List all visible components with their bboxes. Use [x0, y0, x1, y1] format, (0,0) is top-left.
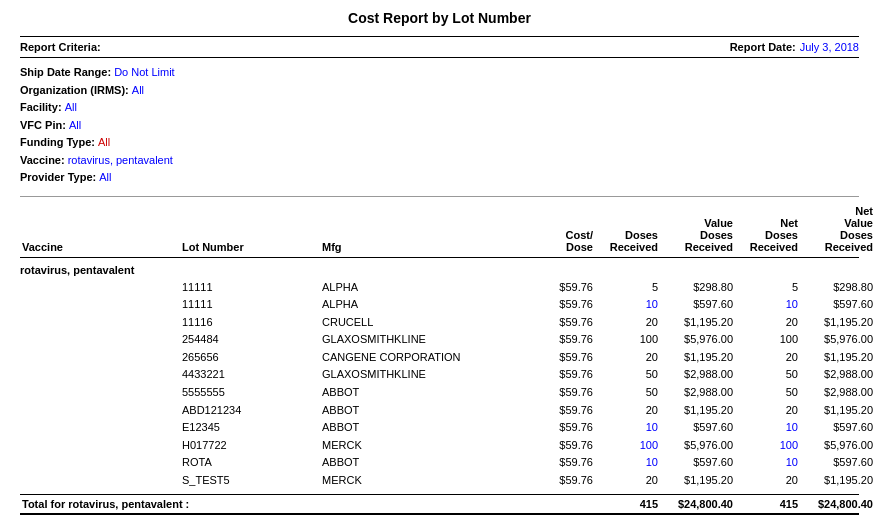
- data-rows-container: 11111ALPHA$59.765$298.805$298.8011111ALP…: [20, 279, 859, 490]
- col-lot: Lot Number: [180, 241, 320, 253]
- criteria-row: Vaccine: rotavirus, pentavalent: [20, 152, 859, 169]
- table-row: E12345ABBOT$59.7610$597.6010$597.60: [20, 419, 859, 437]
- criteria-row: Organization (IRMS): All: [20, 82, 859, 99]
- total-row: Total for rotavirus, pentavalent :415$24…: [20, 494, 859, 515]
- table-row: S_TEST5MERCK$59.7620$1,195.2020$1,195.20: [20, 472, 859, 490]
- col-value-doses: ValueDosesReceived: [660, 217, 735, 253]
- col-mfg: Mfg: [320, 241, 540, 253]
- divider: [20, 196, 859, 197]
- col-net-value: NetValueDosesReceived: [800, 205, 875, 253]
- col-net-doses: NetDosesReceived: [735, 217, 800, 253]
- table-row: 11116CRUCELL$59.7620$1,195.2020$1,195.20: [20, 314, 859, 332]
- table-row: 265656CANGENE CORPORATION$59.7620$1,195.…: [20, 349, 859, 367]
- table-row: 5555555ABBOT$59.7650$2,988.0050$2,988.00: [20, 384, 859, 402]
- table-row: 254484GLAXOSMITHKLINE$59.76100$5,976.001…: [20, 331, 859, 349]
- total-doses: 415: [595, 498, 660, 510]
- col-doses-received: DosesReceived: [595, 229, 660, 253]
- table-row: 4433221GLAXOSMITHKLINE$59.7650$2,988.005…: [20, 366, 859, 384]
- page-title: Cost Report by Lot Number: [20, 10, 859, 26]
- table-header: Vaccine Lot Number Mfg Cost/Dose DosesRe…: [20, 205, 859, 258]
- criteria-section: Ship Date Range: Do Not LimitOrganizatio…: [20, 64, 859, 186]
- table-row: 11111ALPHA$59.765$298.805$298.80: [20, 279, 859, 297]
- criteria-row: Ship Date Range: Do Not Limit: [20, 64, 859, 81]
- report-header: Report Criteria: Report Date: July 3, 20…: [20, 36, 859, 58]
- criteria-row: Provider Type: All: [20, 169, 859, 186]
- criteria-row: VFC Pin: All: [20, 117, 859, 134]
- table-row: ROTAABBOT$59.7610$597.6010$597.60: [20, 454, 859, 472]
- col-vaccine: Vaccine: [20, 241, 180, 253]
- total-value: $24,800.40: [660, 498, 735, 510]
- table-row: ABD121234ABBOT$59.7620$1,195.2020$1,195.…: [20, 402, 859, 420]
- total-net-doses: 415: [735, 498, 800, 510]
- table-row: H017722MERCK$59.76100$5,976.00100$5,976.…: [20, 437, 859, 455]
- criteria-label: Report Criteria:: [20, 41, 101, 53]
- criteria-row: Funding Type: All: [20, 134, 859, 151]
- report-date-label: Report Date:: [730, 41, 796, 53]
- total-label: Total for rotavirus, pentavalent :: [20, 498, 540, 510]
- total-net-value: $24,800.40: [800, 498, 875, 510]
- table-row: 11111ALPHA$59.7610$597.6010$597.60: [20, 296, 859, 314]
- report-date-section: Report Date: July 3, 2018: [730, 41, 859, 53]
- vaccine-group-label: rotavirus, pentavalent: [20, 264, 859, 276]
- criteria-row: Facility: All: [20, 99, 859, 116]
- col-cost: Cost/Dose: [540, 229, 595, 253]
- report-date-value: July 3, 2018: [800, 41, 859, 53]
